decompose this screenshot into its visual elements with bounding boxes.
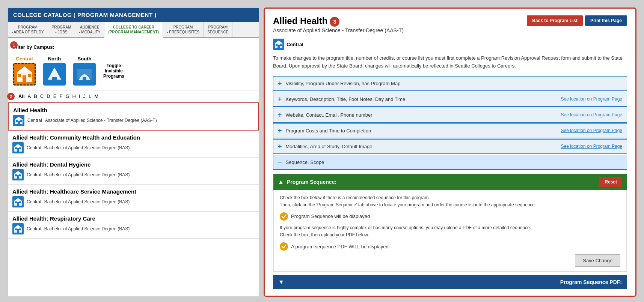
save-change-button[interactable]: Save Change (575, 254, 620, 267)
checkbox-1-check[interactable] (280, 212, 288, 221)
alpha-h[interactable]: H (72, 93, 76, 99)
acc-label-sequence-scope: Sequence, Scope (286, 159, 324, 165)
program-sub-1: Central Associate of Applied Science - T… (13, 115, 253, 126)
tab-modality[interactable]: Audience- Modality (75, 22, 104, 38)
program-campus-2: Central (27, 145, 41, 150)
alpha-c[interactable]: C (40, 93, 44, 99)
alpha-all[interactable]: All (18, 93, 25, 99)
svg-rect-20 (15, 147, 17, 149)
sequence-header[interactable]: ▲ Program Sequence: Reset (273, 174, 627, 190)
accordion-website: + Website, Contact, Email, Phone number … (273, 108, 627, 123)
filter-section: Filter by Campus: Central (8, 38, 259, 90)
right-panel: Allied Health 3 Associate of Applied Sci… (264, 8, 636, 297)
print-page-button[interactable]: Print this Page (585, 15, 627, 26)
sequence-title: Program Sequence: (287, 179, 599, 185)
alpha-f[interactable]: F (59, 93, 62, 99)
badge-1: 1 (10, 41, 18, 49)
svg-rect-39 (278, 45, 280, 48)
acc-label-costs: Program Costs and Time to Completion (286, 128, 371, 134)
acc-label-keywords: Keywords, Description, Title, Foot Notes… (286, 96, 406, 102)
svg-rect-34 (17, 229, 19, 233)
alpha-g[interactable]: G (65, 93, 69, 99)
svg-rect-3 (28, 74, 31, 77)
program-campus-1: Central (27, 118, 42, 123)
campus-central-label: Central (16, 56, 33, 62)
program-sub-3: Central Bachelor of Applied Science Degr… (12, 169, 254, 180)
alpha-m[interactable]: M (94, 93, 98, 99)
program-icon-1 (13, 115, 24, 126)
alpha-d[interactable]: D (47, 93, 50, 99)
accordion-sequence-scope: − Sequence, Scope (273, 155, 627, 170)
program-title-1: Allied Health (13, 107, 253, 113)
acc-link-website[interactable]: See location on Program Page (561, 112, 622, 117)
acc-link-keywords[interactable]: See location on Program Page (561, 96, 622, 102)
svg-rect-11 (83, 77, 86, 80)
accordion-row-visibility[interactable]: + Visibility, Program Under Revision, ha… (273, 77, 627, 91)
accordion-keywords: + Keywords, Description, Title, Foot Not… (273, 92, 627, 107)
program-item-2[interactable]: Allied Health: Community Health and Educ… (8, 131, 259, 158)
program-sub-4: Central Bachelor of Applied Science Degr… (12, 196, 254, 207)
left-panel: COLLEGE CATALOG ( PROGRAM MANAGEMENT ) P… (8, 8, 259, 297)
central-campus-icon-svg (274, 40, 283, 48)
svg-rect-41 (280, 44, 282, 46)
campus-south[interactable]: South (73, 56, 96, 86)
back-to-program-list-button[interactable]: Back to Program List (527, 15, 583, 26)
alpha-e[interactable]: E (53, 93, 57, 99)
svg-rect-26 (19, 174, 21, 176)
alpha-a[interactable]: A (28, 93, 31, 99)
toggle-invisible[interactable]: ToggleInvisiblePrograms (103, 63, 124, 79)
svg-rect-30 (15, 201, 17, 203)
alpha-i[interactable]: I (79, 93, 80, 99)
svg-marker-38 (275, 41, 282, 43)
campus-north[interactable]: North (43, 56, 66, 86)
program-title-3: Allied Health: Dental Hygiene (12, 161, 254, 168)
alpha-j[interactable]: J (83, 93, 86, 99)
tab-area-of-study[interactable]: Program- Area of Study (8, 22, 48, 38)
svg-marker-18 (14, 144, 22, 147)
toggle-invisible-label: ToggleInvisiblePrograms (103, 63, 124, 79)
svg-rect-21 (19, 147, 21, 149)
plus-icon-visibility: + (278, 80, 282, 87)
acc-link-costs[interactable]: See location on Program Page (561, 128, 622, 133)
tab-jobs[interactable]: Program- Jobs (48, 22, 75, 38)
campus-south-icon-wrapper (73, 63, 96, 86)
program-title-5: Allied Health: Respiratory Care (12, 215, 254, 222)
program-degree-1: Associate of Applied Science - Transfer … (45, 118, 157, 123)
campus-central-icon-wrapper (13, 63, 36, 86)
accordion-row-keywords[interactable]: + Keywords, Description, Title, Foot Not… (273, 92, 627, 107)
campus-central[interactable]: Central (13, 56, 36, 86)
central-badge-text: Central (287, 42, 303, 47)
program-icon-svg-5 (14, 225, 22, 233)
accordion-container: + Visibility, Program Under Revision, ha… (273, 76, 627, 170)
checkbox-2-check[interactable] (280, 242, 288, 251)
accordion-row-costs[interactable]: + Program Costs and Time to Completion S… (273, 124, 627, 138)
chevron-up-icon: ▲ (278, 179, 284, 185)
svg-rect-5 (20, 78, 22, 80)
reset-button[interactable]: Reset (599, 177, 622, 187)
tab-sequence[interactable]: ProgramSequence (204, 22, 232, 38)
accordion-row-modalities[interactable]: + Modalities, Area of Study, Default Ima… (273, 140, 627, 154)
accordion-row-sequence-scope[interactable]: − Sequence, Scope (273, 155, 627, 170)
tab-college-to-career[interactable]: College to Career(Program Management) (104, 22, 163, 38)
acc-link-modalities[interactable]: See location on Program Page (561, 144, 622, 149)
accordion-visibility: + Visibility, Program Under Revision, ha… (273, 76, 627, 91)
program-item-1[interactable]: Allied Health Central Associate of Appli… (8, 102, 259, 131)
accordion-row-website[interactable]: + Website, Contact, Email, Phone number … (273, 108, 627, 122)
sequence-body: Check the box below if there is a recomm… (273, 190, 627, 272)
right-title-badge-wrapper: 3 (330, 15, 339, 27)
alpha-l[interactable]: L (89, 93, 91, 99)
svg-rect-36 (19, 228, 21, 230)
svg-marker-4 (17, 66, 32, 72)
pdf-section[interactable]: ▼ Program Sequence PDF: (273, 275, 627, 289)
svg-marker-13 (15, 117, 23, 119)
svg-marker-28 (14, 198, 22, 201)
alpha-b[interactable]: B (34, 93, 37, 99)
plus-icon-website: + (278, 111, 282, 119)
program-item-3[interactable]: Allied Health: Dental Hygiene Central Ba… (8, 158, 259, 185)
tab-prerequisites[interactable]: Program- Prerequisites (163, 22, 204, 38)
svg-rect-2 (18, 74, 21, 77)
svg-rect-19 (17, 148, 19, 152)
program-item-4[interactable]: Allied Health: Healthcare Service Manage… (8, 185, 259, 212)
program-item-5[interactable]: Allied Health: Respiratory Care Central … (8, 212, 259, 239)
save-row: Save Change (280, 254, 620, 267)
